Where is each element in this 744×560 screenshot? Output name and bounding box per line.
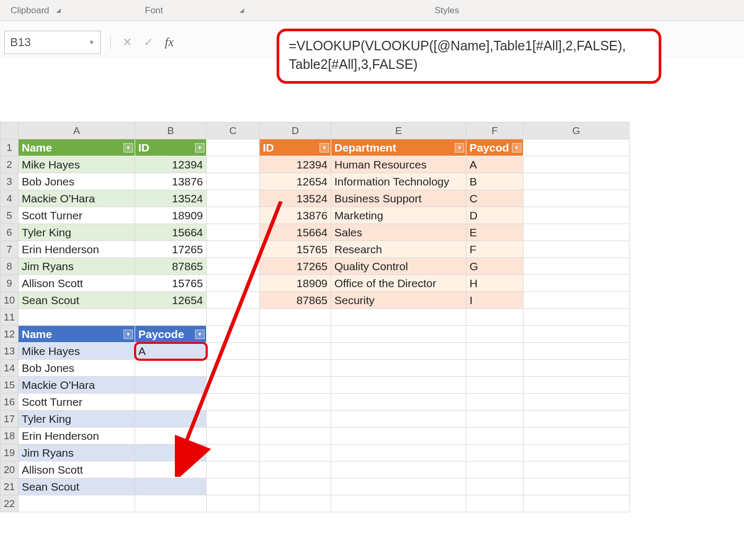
enter-icon[interactable]: ✓ [144,35,153,49]
cell[interactable] [524,445,630,461]
cell[interactable] [331,445,466,461]
cell[interactable] [207,309,260,326]
name-box[interactable]: B13 ▼ [4,31,101,54]
cell[interactable] [207,411,260,428]
column-header[interactable]: B [135,122,207,139]
dialog-launcher-icon[interactable]: ◢ [56,7,60,13]
cell[interactable] [331,495,466,512]
cell[interactable]: Erin Henderson [19,428,135,445]
cell[interactable] [524,292,630,309]
cell[interactable] [524,207,630,224]
cell[interactable] [207,478,260,495]
cell[interactable] [207,173,260,190]
cell[interactable]: Sean Scout [19,292,135,309]
cell[interactable]: Tyler King [19,224,135,241]
column-header[interactable]: G [524,122,630,139]
filter-dropdown-icon[interactable]: ▼ [512,143,521,153]
cell[interactable]: Erin Henderson [19,241,135,258]
cell[interactable]: Department▼ [331,139,466,156]
cell[interactable]: 17265 [135,241,207,258]
cell[interactable]: Security [331,292,466,309]
cell[interactable] [466,326,524,343]
cell[interactable] [466,445,524,461]
cell[interactable] [331,377,466,394]
cell[interactable] [331,343,466,360]
cell[interactable]: Mackie O'Hara [19,377,135,394]
row-header[interactable]: 9 [1,275,19,292]
cell[interactable] [260,394,331,411]
cell[interactable]: 13876 [135,173,207,190]
cell[interactable] [207,428,260,445]
cell[interactable]: Bob Jones [19,360,135,377]
cell[interactable]: C [466,190,524,207]
filter-dropdown-icon[interactable]: ▼ [320,143,329,153]
cell[interactable] [207,156,260,173]
cell[interactable]: E [466,224,524,241]
cell[interactable]: 12654 [260,173,331,190]
filter-dropdown-icon[interactable]: ▼ [455,143,464,153]
cell[interactable]: 17265 [260,258,331,275]
cell[interactable] [135,461,207,478]
cell[interactable]: 13524 [260,190,331,207]
cell[interactable] [524,377,630,394]
row-header[interactable]: 13 [1,343,19,360]
cell[interactable]: 18909 [135,207,207,224]
row-header[interactable]: 20 [1,461,19,478]
cell[interactable]: Sean Scout [19,478,135,495]
row-header[interactable]: 22 [1,495,19,512]
cell[interactable]: H [466,275,524,292]
cell[interactable]: ID▼ [135,139,207,156]
cell[interactable] [260,326,331,343]
row-header[interactable]: 5 [1,207,19,224]
cell[interactable] [524,139,630,156]
fx-icon[interactable]: fx [165,35,174,49]
chevron-down-icon[interactable]: ▼ [84,39,95,46]
formula-text-line2[interactable]: Table2[#All],3,FALSE) [289,55,649,74]
cell[interactable]: 18909 [260,275,331,292]
row-header[interactable]: 14 [1,360,19,377]
cell[interactable] [135,377,207,394]
cell[interactable]: 15664 [135,224,207,241]
cell[interactable] [524,275,630,292]
cell[interactable] [207,224,260,241]
cell[interactable] [135,309,207,326]
cell[interactable] [524,258,630,275]
cell[interactable] [19,309,135,326]
cell[interactable] [207,190,260,207]
row-header[interactable]: 19 [1,445,19,461]
row-header[interactable]: 17 [1,411,19,428]
cell[interactable] [331,309,466,326]
cell[interactable] [260,411,331,428]
cell[interactable] [524,428,630,445]
cell[interactable]: I [466,292,524,309]
cell[interactable] [135,428,207,445]
column-header[interactable]: A [19,122,135,139]
cell[interactable]: Name▼ [19,139,135,156]
row-header[interactable]: 3 [1,173,19,190]
cell[interactable] [19,495,135,512]
cell[interactable]: Human Resources [331,156,466,173]
cell[interactable]: 15765 [135,275,207,292]
cell[interactable]: 12394 [135,156,207,173]
cell[interactable] [466,394,524,411]
cell[interactable] [207,394,260,411]
cell[interactable] [207,292,260,309]
cell[interactable] [135,445,207,461]
cell[interactable]: Information Technology [331,173,466,190]
cell[interactable] [207,445,260,461]
cell[interactable]: Jim Ryans [19,258,135,275]
cell[interactable] [524,343,630,360]
cell[interactable]: 15765 [260,241,331,258]
cell[interactable]: G [466,258,524,275]
cell[interactable] [524,173,630,190]
cell[interactable]: Jim Ryans [19,445,135,461]
cell[interactable]: 15664 [260,224,331,241]
cell[interactable] [524,241,630,258]
cell[interactable] [135,495,207,512]
cell[interactable]: Office of the Director [331,275,466,292]
row-header[interactable]: 1 [1,139,19,156]
cell[interactable]: Quality Control [331,258,466,275]
cell[interactable] [260,343,331,360]
row-header[interactable]: 16 [1,394,19,411]
cell[interactable] [260,495,331,512]
